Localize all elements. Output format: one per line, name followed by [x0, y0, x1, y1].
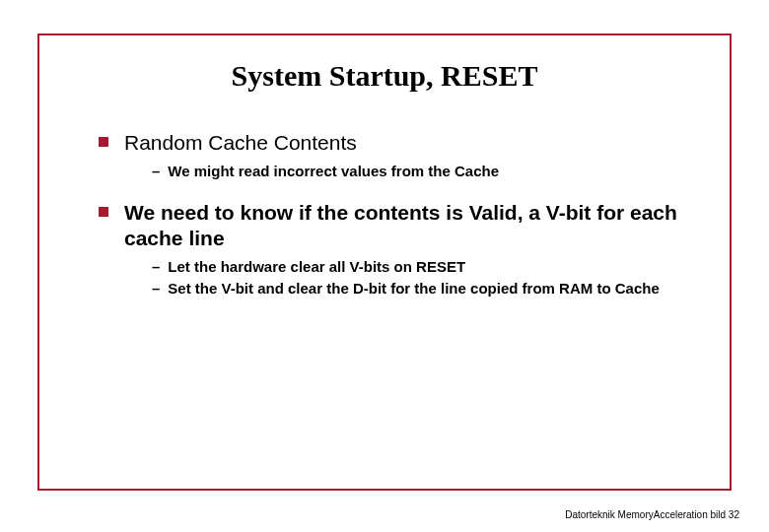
sub-text: We might read incorrect values from the …: [168, 162, 499, 181]
sub-item: – Set the V-bit and clear the D-bit for …: [152, 279, 690, 299]
slide-frame: System Startup, RESET Random Cache Conte…: [37, 33, 732, 491]
slide-footer: Datorteknik MemoryAcceleration bild 32: [565, 509, 739, 520]
dash-icon: –: [152, 257, 160, 277]
sub-text: Let the hardware clear all V-bits on RES…: [168, 257, 465, 277]
slide-title: System Startup, RESET: [39, 59, 730, 93]
sub-list: – Let the hardware clear all V-bits on R…: [152, 257, 690, 299]
bullet-item: We need to know if the contents is Valid…: [99, 200, 690, 252]
sub-item: – We might read incorrect values from th…: [152, 162, 690, 181]
square-bullet-icon: [99, 137, 108, 147]
sub-text: Set the V-bit and clear the D-bit for th…: [168, 279, 659, 299]
sub-list: – We might read incorrect values from th…: [152, 162, 690, 181]
dash-icon: –: [152, 162, 160, 181]
dash-icon: –: [152, 279, 160, 299]
bullet-text: Random Cache Contents: [124, 130, 357, 156]
slide-content: Random Cache Contents – We might read in…: [99, 130, 690, 299]
sub-item: – Let the hardware clear all V-bits on R…: [152, 257, 690, 277]
bullet-item: Random Cache Contents: [99, 130, 690, 156]
square-bullet-icon: [99, 207, 108, 217]
bullet-text: We need to know if the contents is Valid…: [124, 200, 690, 252]
